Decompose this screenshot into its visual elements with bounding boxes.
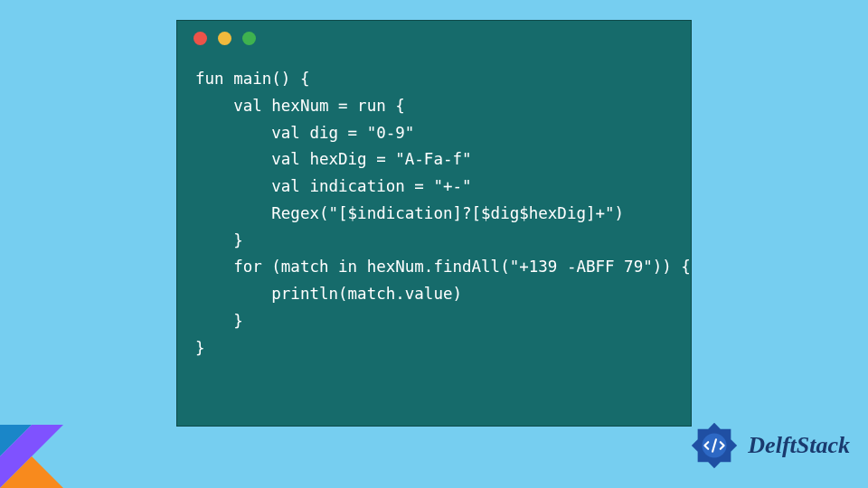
brand-name: DelftStack: [748, 432, 850, 459]
code-window: fun main() { val hexNum = run { val dig …: [176, 20, 692, 427]
code-block: fun main() { val hexNum = run { val dig …: [177, 55, 691, 380]
minimize-dot-icon: [218, 32, 231, 45]
maximize-dot-icon: [242, 32, 256, 45]
window-titlebar: [177, 21, 691, 55]
kotlin-logo-icon: [0, 425, 63, 488]
close-dot-icon: [193, 32, 207, 45]
delftstack-logo-icon: [688, 419, 741, 472]
brand: DelftStack: [688, 419, 850, 472]
